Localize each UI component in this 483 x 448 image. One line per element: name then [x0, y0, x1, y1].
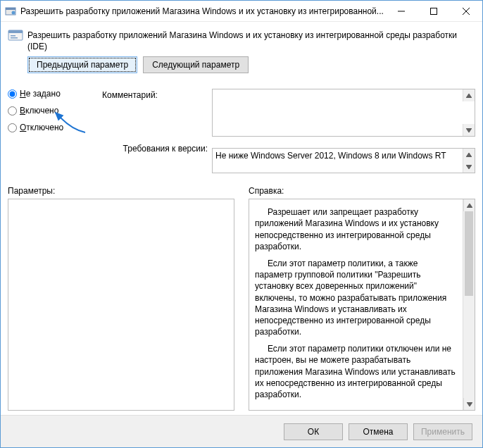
requirements-row: Требования к версии: Не ниже Windows Ser…: [8, 142, 475, 173]
scroll-up-button[interactable]: [463, 149, 475, 161]
policy-title: Разрешить разработку приложений Магазина…: [27, 27, 475, 52]
help-paragraph: Если этот параметр политики отключен или…: [255, 343, 457, 400]
scroll-up-button[interactable]: [463, 89, 475, 101]
radio-disabled-label: Отключено: [20, 123, 63, 132]
policy-header: Разрешить разработку приложений Магазина…: [8, 27, 475, 73]
policy-editor-window: Разрешить разработку приложений Магазина…: [0, 0, 483, 448]
requirements-box: Не ниже Windows Server 2012, Windows 8 и…: [212, 148, 475, 173]
help-label: Справка:: [249, 186, 475, 196]
next-setting-button[interactable]: Следующий параметр: [143, 56, 249, 73]
scroll-down-button[interactable]: [463, 124, 475, 136]
radio-disabled-input[interactable]: [8, 123, 17, 132]
svg-rect-9: [11, 35, 15, 37]
radio-enabled-label: Включено: [20, 106, 58, 116]
radio-disabled[interactable]: Отключено: [8, 123, 98, 132]
window-title: Разрешить разработку приложений Магазина…: [20, 6, 385, 16]
apply-button[interactable]: Применить: [413, 423, 472, 440]
state-radio-group: Не задано Включено Отключено: [8, 89, 98, 137]
parameters-label: Параметры:: [8, 186, 234, 196]
radio-enabled-input[interactable]: [8, 106, 17, 116]
maximize-button[interactable]: [418, 1, 450, 21]
nav-buttons: Предыдущий параметр Следующий параметр: [27, 56, 475, 73]
lower-labels: Параметры: Справка:: [8, 186, 475, 196]
scrollbar-thumb[interactable]: [465, 211, 473, 296]
requirements-label: Требования к версии:: [102, 142, 208, 154]
help-content: Разрешает или запрещает разработку прило…: [249, 199, 463, 410]
svg-point-2: [12, 11, 15, 14]
svg-rect-10: [11, 37, 18, 39]
minimize-button[interactable]: [385, 1, 418, 21]
titlebar: Разрешить разработку приложений Магазина…: [1, 1, 482, 22]
mid-area: Не задано Включено Отключено: [8, 89, 475, 137]
comment-field-col: [212, 89, 475, 137]
help-paragraph: Разрешает или запрещает разработку прило…: [255, 206, 457, 252]
parameters-pane: [8, 199, 234, 411]
parameters-content: [8, 199, 222, 410]
radio-not-configured-input[interactable]: [8, 89, 17, 99]
policy-icon: [8, 27, 23, 43]
radio-not-configured[interactable]: Не задано: [8, 89, 98, 99]
window-controls: [385, 1, 482, 21]
previous-setting-button[interactable]: Предыдущий параметр: [27, 56, 137, 73]
ok-button[interactable]: ОК: [284, 423, 343, 440]
close-button[interactable]: [450, 1, 482, 21]
help-paragraph: Если этот параметр политики, а также пар…: [255, 258, 457, 337]
requirements-value: Не ниже Windows Server 2012, Windows 8 и…: [215, 151, 446, 161]
help-scrollbar[interactable]: [463, 199, 475, 410]
scroll-down-button[interactable]: [463, 398, 475, 410]
radio-not-configured-label: Не задано: [20, 89, 61, 99]
cancel-button[interactable]: Отмена: [349, 423, 408, 440]
radio-enabled[interactable]: Включено: [8, 106, 98, 116]
svg-rect-8: [8, 30, 23, 33]
svg-rect-4: [431, 8, 437, 14]
scroll-down-button[interactable]: [463, 161, 475, 173]
panes: Разрешает или запрещает разработку прило…: [8, 199, 475, 411]
app-icon: [5, 6, 16, 17]
comment-label: Комментарий:: [102, 89, 208, 137]
scroll-up-button[interactable]: [463, 199, 475, 211]
comment-textarea[interactable]: [212, 89, 475, 137]
dialog-footer: ОК Отмена Применить: [1, 415, 482, 447]
content-area: Разрешить разработку приложений Магазина…: [1, 22, 482, 415]
svg-rect-1: [6, 8, 15, 10]
help-pane: Разрешает или запрещает разработку прило…: [249, 199, 475, 411]
